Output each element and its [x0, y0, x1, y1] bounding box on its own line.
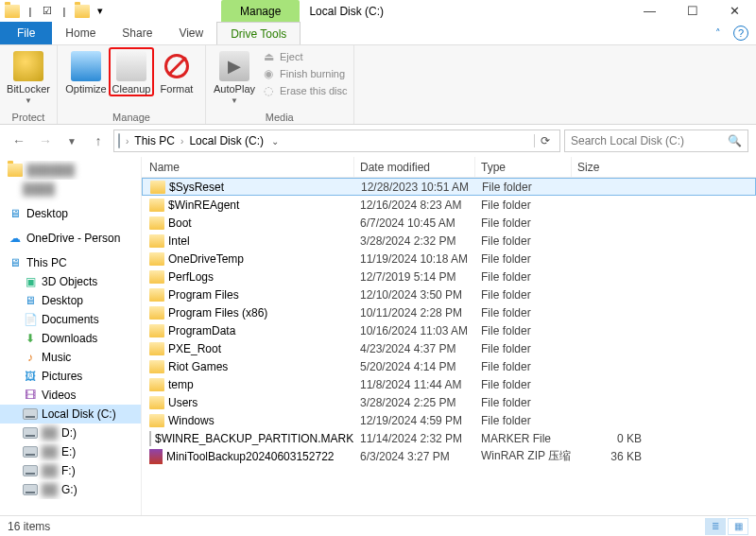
optimize-button[interactable]: Optimize — [63, 47, 109, 95]
table-row[interactable]: Intel3/28/2024 2:32 PMFile folder — [142, 232, 756, 250]
help-icon[interactable]: ? — [733, 26, 748, 41]
tree-documents[interactable]: 📄Documents — [0, 310, 141, 329]
col-type[interactable]: Type — [475, 157, 572, 177]
tree-e[interactable]: ██E:) — [0, 442, 141, 461]
file-date: 10/16/2024 11:03 AM — [354, 324, 475, 337]
chevron-right-icon[interactable]: › — [179, 136, 185, 147]
table-row[interactable]: Riot Games5/20/2024 4:14 PMFile folder — [142, 357, 756, 375]
cleanup-button[interactable]: Cleanup — [109, 47, 154, 96]
breadcrumb-thispc[interactable]: This PC — [134, 134, 175, 147]
erase-label: Erase this disc — [280, 85, 348, 96]
table-row[interactable]: $SysReset12/28/2023 10:51 AMFile folder — [142, 178, 756, 196]
format-button[interactable]: Format — [154, 47, 199, 95]
tree-music[interactable]: ♪Music — [0, 348, 141, 367]
table-row[interactable]: Boot6/7/2024 10:45 AMFile folder — [142, 214, 756, 232]
address-bar[interactable]: › This PC › Local Disk (C:) ⌄ ⟳ — [113, 130, 560, 152]
tree-desktop2[interactable]: 🖥Desktop — [0, 291, 141, 310]
tree-videos[interactable]: 🎞Videos — [0, 386, 141, 405]
folder-icon — [150, 181, 165, 194]
qat-newfolder-icon[interactable] — [74, 4, 91, 19]
file-type: File folder — [475, 306, 572, 320]
file-name: $WINRE_BACKUP_PARTITION.MARKER — [155, 432, 354, 445]
file-type: File folder — [475, 288, 572, 302]
file-type: File folder — [475, 342, 572, 355]
tree-desktop[interactable]: 🖥Desktop — [0, 204, 141, 223]
table-row[interactable]: $WinREAgent12/16/2024 8:23 AMFile folder — [142, 196, 756, 214]
file-size: 0 KB — [572, 432, 642, 445]
table-row[interactable]: OneDriveTemp11/19/2024 10:18 AMFile fold… — [142, 250, 756, 268]
file-name: temp — [168, 378, 194, 391]
finish-burning-button[interactable]: ◉Finish burning — [261, 66, 348, 81]
eject-button[interactable]: ⏏Eject — [261, 49, 348, 64]
tab-file[interactable]: File — [0, 22, 52, 44]
navigation-bar: ← → ▼ ↑ › This PC › Local Disk (C:) ⌄ ⟳ … — [0, 125, 756, 157]
table-row[interactable]: Users3/28/2024 2:25 PMFile folder — [142, 393, 756, 411]
tab-view[interactable]: View — [165, 22, 216, 44]
tree-thispc[interactable]: 🖥This PC — [0, 253, 141, 272]
table-row[interactable]: ProgramData10/16/2024 11:03 AMFile folde… — [142, 321, 756, 339]
maximize-button[interactable]: ☐ — [671, 0, 713, 22]
tree-g[interactable]: ██G:) — [0, 480, 141, 499]
bitlocker-button[interactable]: BitLocker ▼ — [6, 47, 51, 105]
table-row[interactable]: Program Files12/10/2024 3:50 PMFile fold… — [142, 285, 756, 303]
erase-disc-button[interactable]: ◌Erase this disc — [261, 83, 348, 98]
title-bar: | ☑ | ▾ Manage Local Disk (C:) — ☐ ✕ — [0, 0, 756, 22]
contextual-tab-manage: Manage — [221, 0, 300, 22]
file-date: 12/7/2019 5:14 PM — [354, 270, 475, 284]
navigation-tree[interactable]: ██████ ████ 🖥Desktop ☁OneDrive - Person … — [0, 157, 142, 516]
tree-downloads[interactable]: ⬇Downloads — [0, 329, 141, 348]
file-date: 11/19/2024 10:18 AM — [354, 252, 475, 266]
format-label: Format — [161, 83, 194, 95]
file-name: $WinREAgent — [168, 199, 239, 212]
col-name[interactable]: Name — [142, 157, 354, 177]
details-view-button[interactable]: ≣ — [705, 518, 726, 535]
optimize-icon — [71, 51, 101, 81]
autoplay-button[interactable]: ▶ AutoPlay ▼ — [212, 47, 257, 105]
up-button[interactable]: ↑ — [87, 130, 110, 152]
search-input[interactable]: Search Local Disk (C:) 🔍 — [564, 130, 748, 152]
forward-button[interactable]: → — [34, 130, 57, 152]
ribbon-group-manage: Optimize Cleanup Format Manage — [58, 45, 206, 124]
file-type: File folder — [475, 324, 572, 337]
qat-properties-icon[interactable]: ☑ — [40, 4, 55, 19]
tree-cdrive[interactable]: Local Disk (C:) — [0, 405, 141, 424]
tree-onedrive[interactable]: ☁OneDrive - Person — [0, 229, 141, 248]
table-row[interactable]: temp11/8/2024 11:44 AMFile folder — [142, 375, 756, 393]
close-button[interactable]: ✕ — [713, 0, 756, 22]
refresh-button[interactable]: ⟳ — [534, 134, 556, 147]
back-button[interactable]: ← — [8, 130, 30, 152]
folder-icon — [149, 360, 164, 373]
tree-quickaccess[interactable]: ██████ — [0, 161, 141, 180]
tab-home[interactable]: Home — [52, 22, 109, 44]
recent-locations-icon[interactable]: ▼ — [60, 130, 83, 152]
autoplay-label: AutoPlay — [214, 83, 255, 95]
col-date[interactable]: Date modified — [354, 157, 475, 177]
table-row[interactable]: Program Files (x86)10/11/2024 2:28 PMFil… — [142, 303, 756, 321]
ribbon-collapse-icon[interactable]: ˄ — [707, 22, 730, 44]
table-row[interactable]: $WINRE_BACKUP_PARTITION.MARKER11/14/2024… — [142, 429, 756, 447]
minimize-button[interactable]: — — [628, 0, 671, 22]
tree-item[interactable]: ████ — [0, 180, 141, 199]
table-row[interactable]: MiniToolBackup202406031527226/3/2024 3:2… — [142, 447, 756, 465]
tree-d[interactable]: ██D:) — [0, 424, 141, 442]
file-type: File folder — [475, 378, 572, 391]
file-name: PerfLogs — [168, 270, 214, 284]
address-dropdown-icon[interactable]: ⌄ — [271, 136, 279, 147]
bitlocker-icon — [13, 51, 43, 81]
qat-overflow-icon[interactable]: ▾ — [93, 4, 108, 19]
cleanup-label: Cleanup — [112, 83, 151, 95]
tab-drive-tools[interactable]: Drive Tools — [216, 22, 301, 44]
icons-view-button[interactable]: ▦ — [728, 518, 748, 535]
chevron-right-icon[interactable]: › — [124, 136, 130, 147]
tree-pictures[interactable]: 🖼Pictures — [0, 367, 141, 386]
table-row[interactable]: Windows12/19/2024 4:59 PMFile folder — [142, 411, 756, 429]
table-row[interactable]: PerfLogs12/7/2019 5:14 PMFile folder — [142, 268, 756, 285]
tab-share[interactable]: Share — [109, 22, 165, 44]
tree-f[interactable]: ██F:) — [0, 461, 141, 480]
table-row[interactable]: PXE_Root4/23/2024 4:37 PMFile folder — [142, 339, 756, 357]
file-date: 12/19/2024 4:59 PM — [354, 414, 475, 427]
col-size[interactable]: Size — [572, 157, 647, 177]
tree-3dobjects[interactable]: ▣3D Objects — [0, 272, 141, 291]
column-headers[interactable]: Name Date modified Type Size — [142, 157, 756, 178]
breadcrumb-cdrive[interactable]: Local Disk (C:) — [189, 134, 264, 147]
